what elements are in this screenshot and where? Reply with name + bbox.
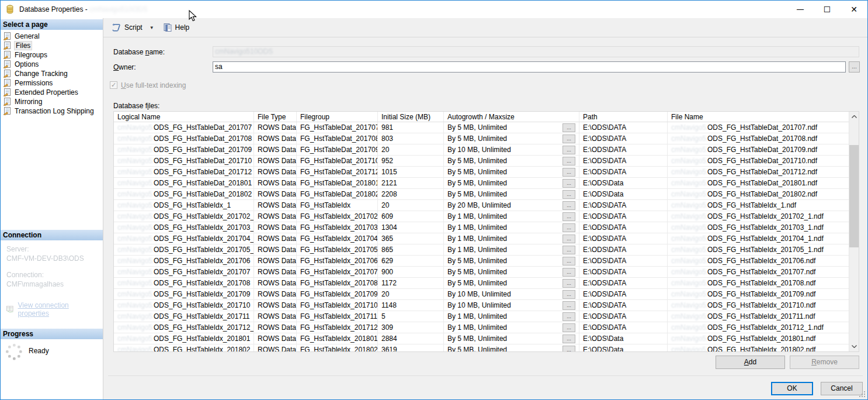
table-row[interactable]: cmNavigo51ODS_FG_HstTableIdx_201802 ROWS… xyxy=(114,344,849,351)
page-icon xyxy=(3,32,12,40)
scroll-up-button[interactable] xyxy=(849,112,859,122)
sidebar-item-options[interactable]: Options xyxy=(1,60,103,69)
file-name-cell: ODS_FG_HstTableIdx_201706.ndf xyxy=(707,257,815,265)
autogrowth-ellipsis-button[interactable]: ... xyxy=(563,323,575,332)
table-row[interactable]: cmNavigo51ODS_FG_HstTableIdx_201801 ROWS… xyxy=(114,333,849,344)
sidebar-item-files[interactable]: Files xyxy=(1,41,103,50)
table-row[interactable]: cmNavigo51ODS_FG_HstTableIdx_1 ROWS Data… xyxy=(114,200,849,211)
table-row[interactable]: cmNavigo51ODS_FG_HstTableIdx_201710 ROWS… xyxy=(114,300,849,311)
autogrowth-ellipsis-button[interactable]: ... xyxy=(563,246,575,254)
table-row[interactable]: cmNavigo51ODS_FG_HstTableIdx_201703_1 RO… xyxy=(114,222,849,233)
column-header-initial-size[interactable]: Initial Size (MB) xyxy=(378,112,444,122)
owner-ellipsis-button[interactable]: ... xyxy=(849,61,860,73)
table-row[interactable]: cmNavigo51ODS_FG_HstTableIdx_201712_1 RO… xyxy=(114,322,849,333)
column-header-logical-name[interactable]: Logical Name xyxy=(114,112,254,122)
file-name-cell: ODS_FG_HstTableDat_201708.ndf xyxy=(707,135,817,143)
autogrowth-ellipsis-button[interactable]: ... xyxy=(563,268,575,277)
autogrowth-ellipsis-button[interactable]: ... xyxy=(563,146,575,154)
progress-header: Progress xyxy=(1,329,103,339)
scrollbar-thumb[interactable] xyxy=(849,145,859,247)
file-type-cell: ROWS Data xyxy=(254,267,297,277)
autogrowth-ellipsis-button[interactable]: ... xyxy=(563,235,575,243)
sidebar-item-general[interactable]: General xyxy=(1,32,103,41)
autogrowth-ellipsis-button[interactable]: ... xyxy=(563,135,575,143)
table-row[interactable]: cmNavigo51ODS_FG_HstTableDat_201708 ROWS… xyxy=(114,133,849,144)
table-row[interactable]: cmNavigo51ODS_FG_HstTableDat_201710 ROWS… xyxy=(114,156,849,167)
autogrowth-ellipsis-button[interactable]: ... xyxy=(563,179,575,188)
sidebar-item-change-tracking[interactable]: Change Tracking xyxy=(1,69,103,78)
maximize-button[interactable]: ☐ xyxy=(814,1,841,18)
scroll-down-button[interactable] xyxy=(849,342,859,351)
help-button-label: Help xyxy=(175,23,190,32)
table-row[interactable]: cmNavigo51ODS_FG_HstTableDat_201707 ROWS… xyxy=(114,122,849,133)
connection-properties-icon xyxy=(6,306,15,313)
table-row[interactable]: cmNavigo51ODS_FG_HstTableIdx_201704_1 RO… xyxy=(114,233,849,244)
file-type-cell: ROWS Data xyxy=(254,322,297,333)
table-row[interactable]: cmNavigo51ODS_FG_HstTableIdx_201706 ROWS… xyxy=(114,256,849,267)
autogrowth-ellipsis-button[interactable]: ... xyxy=(563,279,575,288)
autogrowth-ellipsis-button[interactable]: ... xyxy=(563,312,575,321)
cancel-button[interactable]: Cancel xyxy=(821,382,863,395)
footer-divider xyxy=(108,375,863,376)
path-cell: E:\ODS\DATA xyxy=(579,167,668,177)
column-header-file-name[interactable]: File Name xyxy=(668,112,849,122)
minimize-button[interactable]: — xyxy=(787,1,814,18)
sidebar-item-filegroups[interactable]: Filegroups xyxy=(1,50,103,60)
chevron-down-icon xyxy=(852,345,857,348)
redacted-prefix: cmNavigo51 xyxy=(671,323,707,332)
redacted-prefix: cmNavigo51 xyxy=(671,157,707,165)
column-header-file-type[interactable]: File Type xyxy=(254,112,297,122)
autogrowth-ellipsis-button[interactable]: ... xyxy=(563,223,575,232)
autogrowth-ellipsis-button[interactable]: ... xyxy=(563,257,575,265)
table-row[interactable]: cmNavigo51ODS_FG_HstTableDat_201712 ROWS… xyxy=(114,167,849,178)
table-row[interactable]: cmNavigo51ODS_FG_HstTableDat_201801 ROWS… xyxy=(114,178,849,189)
autogrowth-ellipsis-button[interactable]: ... xyxy=(563,201,575,210)
path-cell: E:\ODS\DATA xyxy=(579,133,668,144)
script-button[interactable]: Script xyxy=(109,22,145,33)
logical-name-cell: ODS_FG_HstTableIdx_201712_1 xyxy=(154,323,254,332)
table-row[interactable]: cmNavigo51ODS_FG_HstTableIdx_201702_1 RO… xyxy=(114,211,849,222)
script-dropdown-arrow[interactable]: ▼ xyxy=(150,25,154,30)
file-type-cell: ROWS Data xyxy=(254,133,297,144)
sidebar-item-extended-properties[interactable]: Extended Properties xyxy=(1,88,103,97)
initial-size-cell: 1304 xyxy=(378,222,444,233)
logical-name-cell: ODS_FG_HstTableIdx_201708 xyxy=(154,279,250,287)
autogrowth-ellipsis-button[interactable]: ... xyxy=(563,157,575,165)
autogrowth-ellipsis-button[interactable]: ... xyxy=(563,290,575,299)
autogrowth-ellipsis-button[interactable]: ... xyxy=(563,335,575,343)
autogrowth-ellipsis-button[interactable]: ... xyxy=(563,123,575,132)
logical-name-cell: ODS_FG_HstTableIdx_201802 xyxy=(154,346,250,351)
add-button[interactable]: Add xyxy=(716,356,785,369)
table-row[interactable]: cmNavigo51ODS_FG_HstTableIdx_201709 ROWS… xyxy=(114,289,849,300)
table-row[interactable]: cmNavigo51ODS_FG_HstTableIdx_201708 ROWS… xyxy=(114,278,849,289)
path-cell: E:\ODS\Data xyxy=(579,344,668,351)
autogrowth-ellipsis-button[interactable]: ... xyxy=(563,168,575,177)
file-name-cell: ODS_FG_HstTableDat_201710.ndf xyxy=(707,157,817,165)
table-row[interactable]: cmNavigo51ODS_FG_HstTableIdx_201711 ROWS… xyxy=(114,311,849,322)
view-connection-properties-link[interactable]: View connection properties xyxy=(18,301,99,318)
sidebar-item-permissions[interactable]: Permissions xyxy=(1,78,103,88)
table-row[interactable]: cmNavigo51ODS_FG_HstTableDat_201802 ROWS… xyxy=(114,189,849,200)
vertical-scrollbar[interactable] xyxy=(849,112,859,351)
table-row[interactable]: cmNavigo51ODS_FG_HstTableIdx_201705_1 RO… xyxy=(114,244,849,256)
ok-button[interactable]: OK xyxy=(771,382,813,395)
help-button[interactable]: Help xyxy=(160,22,192,33)
logical-name-cell: ODS_FG_HstTableIdx_201704_1 xyxy=(154,235,254,243)
autogrowth-ellipsis-button[interactable]: ... xyxy=(563,190,575,199)
autogrowth-ellipsis-button[interactable]: ... xyxy=(563,212,575,221)
autogrowth-ellipsis-button[interactable]: ... xyxy=(563,346,575,352)
autogrowth-ellipsis-button[interactable]: ... xyxy=(563,301,575,310)
table-row[interactable]: cmNavigo51ODS_FG_HstTableDat_201709 ROWS… xyxy=(114,144,849,156)
column-header-filegroup[interactable]: Filegroup xyxy=(297,112,378,122)
close-button[interactable]: ✕ xyxy=(841,1,867,18)
path-cell: E:\ODS\Data xyxy=(579,333,668,344)
resize-grip[interactable] xyxy=(859,391,866,398)
table-row[interactable]: cmNavigo51ODS_FG_HstTableIdx_201707 ROWS… xyxy=(114,267,849,278)
logical-name-cell: ODS_FG_HstTableIdx_1 xyxy=(154,201,231,209)
sidebar-item-mirroring[interactable]: Mirroring xyxy=(1,97,103,106)
column-header-path[interactable]: Path xyxy=(579,112,668,122)
sidebar-item-transaction-log-shipping[interactable]: Transaction Log Shipping xyxy=(1,106,103,116)
column-header-autogrowth[interactable]: Autogrowth / Maxsize xyxy=(444,112,579,122)
autogrowth-cell: By 10 MB, Unlimited xyxy=(447,301,511,309)
owner-field[interactable]: sa xyxy=(213,61,846,73)
